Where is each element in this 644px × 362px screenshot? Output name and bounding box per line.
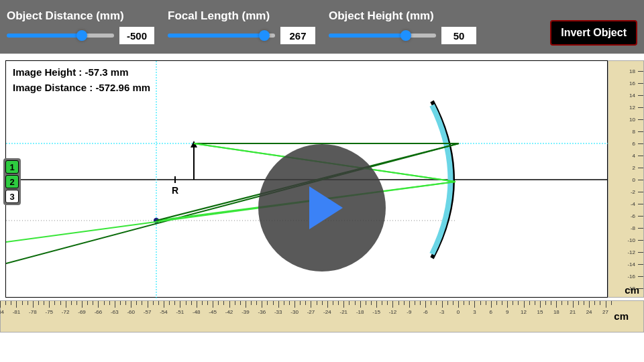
ruler-minor-tick (486, 301, 486, 305)
ruler-tick-label: -18 (356, 309, 364, 315)
ruler-tick (638, 228, 643, 229)
ruler-tick-label: -15 (372, 309, 380, 315)
horizontal-ruler: cm -84-81-78-75-72-69-66-63-60-57-54-51-… (0, 300, 644, 333)
ruler-tick (638, 119, 643, 120)
ruler-minor-tick (496, 301, 497, 305)
ruler-tick-label: 4 (633, 153, 635, 159)
ruler-tick-label: 12 (521, 309, 527, 315)
ruler-minor-tick (148, 301, 148, 305)
ruler-minor-tick (5, 301, 6, 305)
ruler-minor-tick (518, 301, 519, 305)
ruler-tick-label: -39 (241, 309, 250, 315)
ruler-tick-label: -30 (290, 309, 299, 315)
ruler-minor-tick (507, 301, 508, 305)
ray-toggle-1[interactable]: 1 (5, 160, 19, 174)
ruler-minor-tick (442, 301, 443, 305)
ruler-minor-tick (98, 301, 99, 305)
invert-object-button[interactable]: Invert Object (550, 20, 637, 46)
ruler-minor-tick (474, 301, 475, 305)
ruler-minor-tick (606, 301, 606, 305)
ruler-minor-tick (425, 301, 426, 305)
ruler-minor-tick (568, 301, 568, 305)
ruler-tick (638, 276, 643, 277)
ruler-tick-label: -6 (631, 213, 635, 219)
ruler-minor-tick (49, 301, 50, 305)
ruler-minor-tick (197, 301, 197, 305)
ruler-tick-label: -16 (627, 274, 635, 280)
ruler-minor-tick (54, 301, 55, 305)
ruler-tick (638, 107, 643, 108)
focal-length-control: Focal Length (mm) 267 (168, 9, 315, 44)
focal-length-label: Focal Length (mm) (168, 9, 315, 23)
ruler-minor-tick (349, 301, 350, 305)
slider-thumb-icon[interactable] (400, 30, 411, 41)
ruler-tick-label: -48 (193, 309, 201, 315)
object-height-value[interactable]: 50 (441, 27, 476, 44)
ruler-tick-label: -57 (144, 309, 152, 315)
ruler-tick-label: -12 (627, 249, 635, 255)
object-distance-slider[interactable] (7, 34, 114, 38)
ruler-minor-tick (611, 301, 612, 305)
slider-thumb-icon[interactable] (259, 30, 270, 41)
ruler-minor-tick (436, 301, 437, 305)
ruler-minor-tick (60, 301, 61, 305)
ruler-minor-tick (66, 301, 66, 305)
ruler-minor-tick (529, 301, 530, 305)
ruler-minor-tick (246, 301, 246, 305)
play-button[interactable] (258, 144, 386, 272)
ruler-minor-tick (491, 301, 492, 305)
ruler-minor-tick (284, 301, 284, 305)
ray-toggle-2[interactable]: 2 (5, 175, 19, 188)
ruler-tick (638, 180, 643, 180)
object-distance-label: Object Distance (mm) (7, 9, 154, 23)
ruler-tick (638, 95, 643, 96)
svg-text:R: R (172, 185, 178, 196)
ruler-minor-tick (22, 301, 23, 305)
focal-length-value[interactable]: 267 (280, 27, 315, 44)
slider-thumb-icon[interactable] (76, 30, 87, 41)
ruler-minor-tick (376, 301, 377, 305)
object-height-slider[interactable] (329, 34, 436, 38)
ruler-tick (638, 156, 643, 156)
ruler-minor-tick (600, 301, 600, 305)
ruler-minor-tick (513, 301, 513, 305)
ruler-tick (638, 264, 643, 265)
focal-length-slider[interactable] (168, 34, 275, 38)
ruler-minor-tick (82, 301, 83, 305)
ruler-minor-tick (317, 301, 317, 305)
svg-line-10 (6, 143, 459, 263)
ruler-minor-tick (573, 301, 574, 305)
ruler-tick-label: -9 (407, 309, 411, 315)
ruler-minor-tick (392, 301, 393, 305)
toolbar: Object Distance (mm) -500 Focal Length (… (0, 0, 644, 54)
ruler-minor-tick (535, 301, 535, 305)
ruler-tick-label: -54 (160, 309, 168, 315)
ruler-tick-label: -84 (0, 309, 4, 315)
ruler-tick-label: 15 (537, 309, 543, 315)
ruler-minor-tick (235, 301, 235, 305)
ruler-minor-tick (142, 301, 142, 305)
ruler-minor-tick (115, 301, 115, 305)
ruler-tick-label: -4 (631, 201, 635, 207)
ruler-tick-label: -12 (389, 309, 397, 315)
ruler-tick-label: -72 (62, 309, 70, 315)
ruler-tick-label: 24 (586, 309, 592, 315)
ruler-minor-tick (338, 301, 339, 305)
ruler-minor-tick (404, 301, 405, 305)
ruler-minor-tick (333, 301, 333, 305)
ruler-tick-label: -60 (127, 309, 135, 315)
ray-toggle-3[interactable]: 3 (5, 190, 19, 203)
object-distance-value[interactable]: -500 (119, 27, 154, 44)
ruler-tick (638, 83, 643, 84)
ruler-minor-tick (44, 301, 44, 305)
ruler-minor-tick (174, 301, 175, 305)
ruler-minor-tick (223, 301, 224, 305)
ruler-h-unit: cm (614, 310, 629, 322)
ruler-minor-tick (0, 301, 1, 305)
ruler-minor-tick (584, 301, 584, 305)
ruler-minor-tick (109, 301, 110, 305)
ruler-minor-tick (360, 301, 361, 305)
ruler-tick-label: -36 (258, 309, 266, 315)
ruler-minor-tick (11, 301, 11, 305)
ruler-tick-label: 18 (553, 309, 559, 315)
